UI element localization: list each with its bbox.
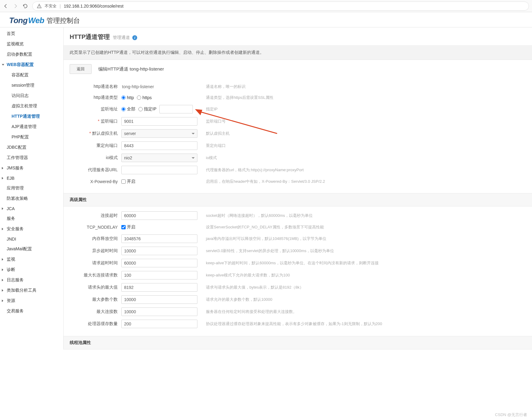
text-input[interactable] [121, 283, 197, 292]
main: 首页监视概览启动参数配置WEB容器配置容器配置session管理访问日志虚拟主机… [0, 27, 532, 349]
form-label: 最大连接数 [70, 309, 121, 314]
form-label: 最大长连接请求数 [70, 272, 121, 278]
sidebar-item-7[interactable]: 虚拟主机管理 [0, 101, 63, 111]
sidebar-item-24[interactable]: 日志服务 [0, 275, 63, 285]
page-title-bar: HTTP通道管理 管理通道 i [64, 27, 532, 46]
sidebar-item-2[interactable]: 启动参数配置 [0, 49, 63, 60]
reload-icon[interactable] [23, 3, 28, 9]
form-label: 代理服务器URL [70, 167, 121, 173]
form-row: 请求头的最大值请求与请求头的最大值，bytes表示，默认是8192（8k） [70, 281, 526, 293]
text-input[interactable] [121, 247, 197, 255]
form-label: 内存释放空间 [70, 236, 121, 241]
back-button[interactable]: 返回 [70, 64, 92, 74]
form-control [121, 247, 197, 255]
chevron-right-icon [2, 269, 3, 271]
page-title: HTTP通道管理 [70, 33, 110, 41]
checkbox-option[interactable]: 开启 [121, 179, 135, 184]
form-row: *默认虚拟主机server默认虚拟主机 [70, 127, 526, 140]
forward-icon[interactable] [13, 3, 18, 9]
chevron-down-icon [2, 64, 4, 66]
sidebar-item-21[interactable]: JavaMail配置 [0, 244, 63, 254]
text-input[interactable] [121, 211, 197, 220]
radio-input[interactable] [121, 95, 126, 100]
sidebar-item-25[interactable]: 类加载分析工具 [0, 285, 63, 296]
sidebar-item-12[interactable]: 工作管理器 [0, 153, 63, 163]
checkbox-input[interactable] [121, 225, 126, 229]
sidebar-item-label: 启动参数配置 [7, 52, 32, 57]
form-hint: 默认虚拟主机 [206, 131, 526, 136]
form-control: 全部指定IP [121, 105, 197, 113]
sidebar-item-10[interactable]: PHP配置 [0, 132, 63, 142]
select[interactable]: nio2 [121, 154, 197, 162]
ip-input[interactable] [159, 105, 193, 113]
text-input[interactable] [121, 166, 197, 174]
sidebar-item-5[interactable]: session管理 [0, 80, 63, 91]
text-input[interactable] [121, 320, 197, 328]
radio-input[interactable] [121, 107, 126, 111]
sidebar-item-27[interactable]: 交易服务 [0, 306, 63, 316]
sidebar-item-20[interactable]: JNDI [0, 234, 63, 244]
sidebar-item-16[interactable]: 防篡改策略 [0, 193, 63, 204]
form-hint: 请求与请求头的最大值，bytes表示，默认是8192（8k） [206, 285, 526, 290]
text-input[interactable] [121, 117, 197, 126]
form-hint: java堆内存溢出时可以释放空间，默认1048576(1MB)，以字节为单位 [206, 236, 526, 241]
form-row: http通道类型httphttps通道类型，选择https后需设置SSL属性 [70, 92, 526, 103]
sidebar-item-9[interactable]: AJP通道管理 [0, 122, 63, 132]
sidebar-item-26[interactable]: 资源 [0, 296, 63, 306]
sidebar-item-23[interactable]: 诊断 [0, 265, 63, 275]
sidebar-item-6[interactable]: 访问日志 [0, 91, 63, 101]
info-icon[interactable]: i [132, 35, 137, 40]
select[interactable]: server [121, 129, 197, 138]
form-hint: 通道类型，选择https后需设置SSL属性 [206, 95, 526, 100]
checkbox-input[interactable] [121, 179, 126, 184]
sidebar-item-label: PHP配置 [12, 134, 29, 140]
text-input[interactable] [121, 141, 197, 150]
required-mark: * [98, 119, 99, 123]
form-control: 开启 [121, 224, 197, 230]
sidebar-item-label: WEB容器配置 [7, 62, 34, 68]
label-text: 连接超时 [101, 213, 118, 218]
sidebar-item-1[interactable]: 监视概览 [0, 39, 63, 49]
form-hint: 启用后，在响应header中有如，X-Powered-By：Servlet/3.… [206, 179, 526, 184]
text-input[interactable] [121, 234, 197, 243]
back-icon[interactable] [3, 3, 9, 9]
sidebar-item-11[interactable]: JDBC配置 [0, 142, 63, 153]
radio-input[interactable] [137, 95, 141, 100]
chevron-right-icon [2, 177, 3, 179]
label-text: http通道名称 [94, 84, 118, 89]
sidebar-item-3[interactable]: WEB容器配置 [0, 60, 63, 70]
sidebar-item-19[interactable]: 安全服务 [0, 224, 63, 234]
form-hint: keep-alive下的超时时间，默认60000ms，以毫秒为单位。在这个时间内… [206, 260, 526, 266]
sidebar-item-18[interactable]: 服务 [0, 213, 63, 224]
radio-option[interactable]: https [137, 95, 151, 100]
sidebar-item-8[interactable]: HTTP通道管理 [0, 111, 63, 122]
sidebar-item-15[interactable]: 应用管理 [0, 183, 63, 193]
sidebar-item-17[interactable]: JCA [0, 204, 63, 213]
form-label: X-Powered-By [70, 179, 121, 184]
label-text: 请求超时时间 [92, 260, 118, 265]
text-input[interactable] [121, 271, 197, 279]
chevron-right-icon [2, 279, 3, 281]
sidebar-item-14[interactable]: EJB [0, 173, 63, 183]
text-input[interactable] [121, 259, 197, 267]
radio-option[interactable]: 指定IP [138, 106, 156, 112]
sidebar-item-13[interactable]: JMS服务 [0, 163, 63, 173]
label-text: TCP_NODELAY [87, 225, 118, 230]
sidebar-item-label: 监视概览 [7, 41, 24, 47]
sidebar-item-label: 监视 [7, 257, 15, 262]
radio-input[interactable] [138, 107, 143, 111]
sidebar-item-4[interactable]: 容器配置 [0, 70, 63, 80]
sidebar-item-22[interactable]: 监视 [0, 254, 63, 265]
form-control [121, 283, 197, 292]
sidebar-item-label: AJP通道管理 [12, 124, 37, 130]
checkbox-option[interactable]: 开启 [121, 224, 135, 230]
form-hint: 服务器在任何给定时间将接受和处理的最大连接数。 [206, 309, 526, 314]
radio-option[interactable]: 全部 [121, 106, 135, 112]
url-box[interactable]: 不安全 | 192.168.1.20:9060/console/rest [32, 2, 529, 11]
text-input[interactable] [121, 295, 197, 304]
text-input[interactable] [121, 307, 197, 316]
form-hint: 请求允许的最大参数个数，默认10000 [206, 297, 526, 302]
radio-option[interactable]: http [121, 95, 134, 100]
sidebar-item-0[interactable]: 首页 [0, 29, 63, 39]
form-control [121, 307, 197, 316]
